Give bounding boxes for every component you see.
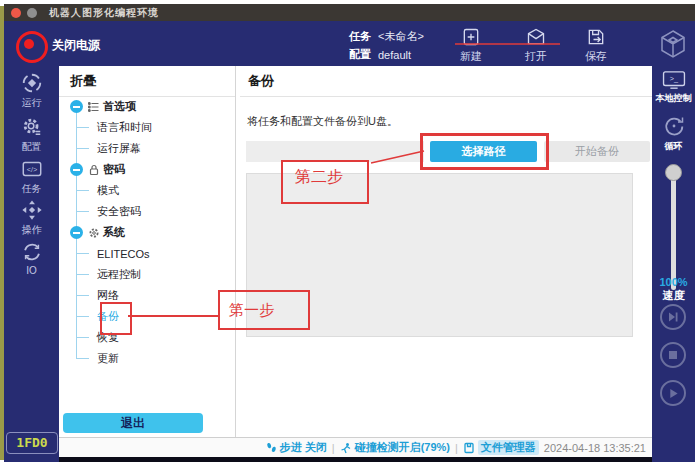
os-titlebar: 机器人图形化编程环境 bbox=[4, 4, 695, 21]
backup-panel: 备份 将任务和配置文件备份到U盘。 选择路径 开始备份 bbox=[240, 66, 652, 437]
window-minimize-icon[interactable] bbox=[27, 8, 37, 18]
task-info: 任务 <未命名> bbox=[349, 29, 424, 44]
power-off-button[interactable] bbox=[16, 31, 48, 63]
tree-item-elitecos[interactable]: ELITECOs bbox=[67, 243, 231, 264]
tree-label-mode: 模式 bbox=[97, 183, 119, 198]
loop-icon bbox=[662, 114, 686, 138]
local-control-button[interactable]: >_ 本地控制 bbox=[652, 70, 695, 105]
open-button-label: 打开 bbox=[516, 49, 556, 64]
speed-slider-knob[interactable] bbox=[665, 164, 682, 181]
sidebar-item-run[interactable]: 运行 bbox=[4, 72, 59, 110]
collision-status[interactable]: 碰撞检测开启(79%) bbox=[340, 440, 450, 455]
speed-readout: 100% 速度 bbox=[652, 276, 695, 302]
loop-label: 循环 bbox=[652, 140, 695, 153]
collapse-bullet-icon[interactable] bbox=[70, 226, 83, 239]
local-control-label: 本地控制 bbox=[652, 92, 695, 105]
tree-label-elitecos: ELITECOs bbox=[97, 248, 150, 260]
collision-status-label: 碰撞检测开启(79%) bbox=[355, 440, 450, 455]
tree-item-safe-password[interactable]: 安全密码 bbox=[67, 201, 231, 222]
exit-button[interactable]: 退出 bbox=[63, 413, 203, 433]
backup-log-area bbox=[246, 173, 633, 337]
sidebar-operate-label: 操作 bbox=[4, 223, 59, 237]
app-header: 关闭电源 任务 <未命名> 配置 default 新建 打开 保存 bbox=[4, 21, 695, 66]
tree-item-network[interactable]: 网络 bbox=[67, 285, 231, 306]
gear-icon bbox=[21, 116, 43, 138]
config-value: default bbox=[378, 49, 411, 61]
sidebar-config-label: 配置 bbox=[4, 140, 59, 154]
code-icon: </> bbox=[21, 158, 43, 180]
tree-label-backup: 备份 bbox=[97, 309, 119, 324]
tree-label-preferences: 首选项 bbox=[103, 99, 136, 114]
play-button[interactable] bbox=[660, 380, 686, 406]
power-off-label: 关闭电源 bbox=[52, 37, 100, 54]
open-icon bbox=[526, 27, 546, 47]
loop-button[interactable]: 循环 bbox=[652, 114, 695, 153]
tree-item-language-time[interactable]: 语言和时间 bbox=[67, 117, 231, 138]
sidebar-io-label: IO bbox=[4, 265, 59, 276]
system-gear-icon bbox=[88, 227, 100, 239]
tree-label-update: 更新 bbox=[97, 351, 119, 366]
new-button[interactable]: 新建 bbox=[451, 27, 491, 64]
open-button[interactable]: 打开 bbox=[516, 27, 556, 64]
sidebar-item-task[interactable]: </> 任务 bbox=[4, 158, 59, 196]
collision-icon bbox=[340, 442, 352, 454]
tree-item-update[interactable]: 更新 bbox=[67, 348, 231, 369]
file-manager-button[interactable]: 文件管理器 bbox=[463, 440, 539, 455]
collapse-bullet-icon[interactable] bbox=[70, 100, 83, 113]
save-icon bbox=[586, 27, 606, 47]
start-backup-button[interactable]: 开始备份 bbox=[544, 141, 650, 162]
backup-path-row: 选择路径 开始备份 bbox=[246, 141, 650, 162]
sidebar-item-config[interactable]: 配置 bbox=[4, 116, 59, 154]
status-separator: | bbox=[332, 442, 335, 454]
sidebar-item-operate[interactable]: 操作 bbox=[4, 199, 59, 237]
task-label: 任务 bbox=[349, 29, 371, 44]
save-button[interactable]: 保存 bbox=[576, 27, 616, 64]
tree-label-restore: 恢复 bbox=[97, 330, 119, 345]
stop-button[interactable] bbox=[660, 342, 686, 368]
terminal-icon-glyph: >_ bbox=[669, 74, 678, 83]
tree-label-safe-password: 安全密码 bbox=[97, 204, 141, 219]
save-button-label: 保存 bbox=[576, 49, 616, 64]
window-close-icon[interactable] bbox=[11, 8, 21, 18]
terminal-icon: >_ bbox=[662, 70, 686, 90]
footsteps-icon bbox=[266, 442, 277, 453]
speed-percent: 100% bbox=[652, 276, 695, 289]
brand-cube-icon bbox=[657, 28, 689, 60]
sidebar-run-label: 运行 bbox=[4, 96, 59, 110]
io-cycle-icon bbox=[21, 241, 43, 263]
file-manager-label: 文件管理器 bbox=[478, 440, 539, 455]
tree-item-mode[interactable]: 模式 bbox=[67, 180, 231, 201]
sidebar-item-io[interactable]: IO bbox=[4, 241, 59, 276]
code-icon-glyph: </> bbox=[26, 165, 37, 174]
speed-slider-track[interactable] bbox=[671, 172, 676, 290]
tree-node-system[interactable]: 系统 bbox=[67, 222, 231, 243]
status-code-badge: 1FD0 bbox=[6, 432, 58, 454]
tree-item-run-screen[interactable]: 运行屏幕 bbox=[67, 138, 231, 159]
step-forward-icon bbox=[667, 311, 679, 323]
tree-node-password[interactable]: 密码 bbox=[67, 159, 231, 180]
file-manager-icon bbox=[463, 442, 475, 454]
tree-label-remote-control: 远程控制 bbox=[97, 267, 141, 282]
backup-description: 将任务和配置文件备份到U盘。 bbox=[247, 114, 398, 129]
step-forward-button[interactable] bbox=[660, 304, 686, 330]
stop-icon bbox=[668, 350, 678, 360]
tree-label-system: 系统 bbox=[103, 225, 125, 240]
right-sidebar: >_ 本地控制 循环 100% 速度 bbox=[652, 66, 695, 462]
tree-item-backup[interactable]: 备份 bbox=[67, 306, 231, 327]
tree-label-language-time: 语言和时间 bbox=[97, 120, 152, 135]
tree-node-preferences[interactable]: 首选项 bbox=[67, 96, 231, 117]
tree-item-remote-control[interactable]: 远程控制 bbox=[67, 264, 231, 285]
new-button-label: 新建 bbox=[451, 49, 491, 64]
tree-item-restore[interactable]: 恢复 bbox=[67, 327, 231, 348]
tree-label-network: 网络 bbox=[97, 288, 119, 303]
step-mode-status[interactable]: 步进 关闭 bbox=[266, 440, 327, 455]
step-mode-label: 步进 关闭 bbox=[280, 440, 327, 455]
select-path-button[interactable]: 选择路径 bbox=[430, 141, 537, 162]
left-sidebar: 运行 配置 </> 任务 操作 IO 1FD0 bbox=[4, 66, 59, 462]
speed-label: 速度 bbox=[652, 289, 695, 302]
play-icon bbox=[668, 388, 679, 399]
backup-path-field[interactable] bbox=[246, 141, 424, 162]
window-title: 机器人图形化编程环境 bbox=[49, 6, 159, 20]
tree-label-run-screen: 运行屏幕 bbox=[97, 141, 141, 156]
collapse-bullet-icon[interactable] bbox=[70, 163, 83, 176]
